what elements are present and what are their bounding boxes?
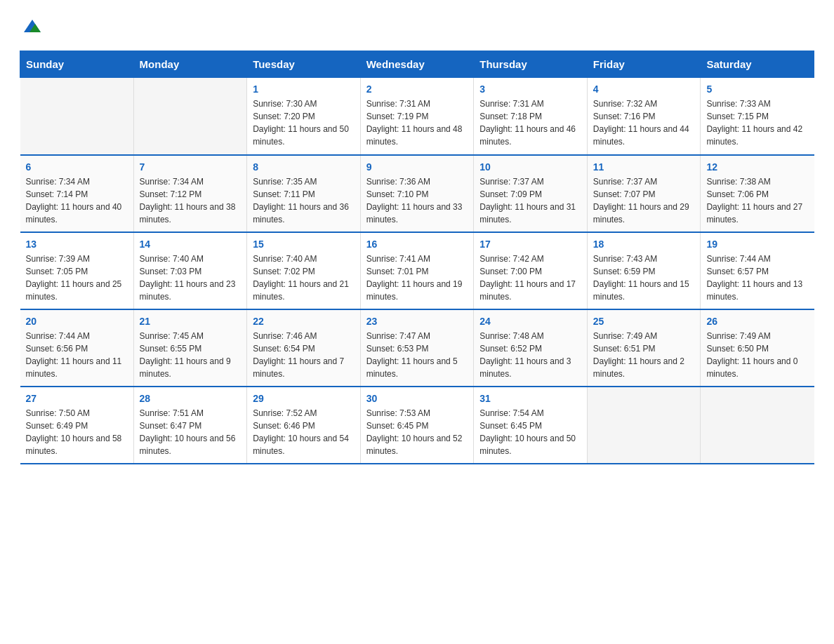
calendar-week-row: 20Sunrise: 7:44 AMSunset: 6:56 PMDayligh… [20,309,814,387]
day-info: Sunrise: 7:53 AMSunset: 6:45 PMDaylight:… [366,407,468,457]
calendar-cell: 7Sunrise: 7:34 AMSunset: 7:12 PMDaylight… [133,155,247,232]
day-number: 17 [479,239,581,250]
header-cell-sunday: Sunday [20,51,134,78]
day-number: 11 [593,161,695,173]
calendar-cell [20,78,134,155]
day-info: Sunrise: 7:39 AMSunset: 7:05 PMDaylight:… [26,253,128,303]
header-cell-tuesday: Tuesday [247,51,361,78]
day-number: 26 [706,316,808,327]
calendar-header-row: SundayMondayTuesdayWednesdayThursdayFrid… [20,51,814,78]
day-info: Sunrise: 7:42 AMSunset: 7:00 PMDaylight:… [479,253,581,303]
day-info: Sunrise: 7:52 AMSunset: 6:46 PMDaylight:… [253,407,355,457]
day-number: 7 [140,161,241,173]
day-info: Sunrise: 7:35 AMSunset: 7:11 PMDaylight:… [253,175,355,226]
day-info: Sunrise: 7:44 AMSunset: 6:57 PMDaylight:… [706,253,808,303]
day-info: Sunrise: 7:43 AMSunset: 6:59 PMDaylight:… [593,253,695,303]
calendar-cell: 18Sunrise: 7:43 AMSunset: 6:59 PMDayligh… [587,232,701,309]
day-number: 10 [479,161,581,173]
day-number: 24 [479,316,581,327]
header-cell-monday: Monday [133,51,247,78]
day-number: 30 [366,393,468,404]
day-number: 15 [253,239,355,250]
calendar-week-row: 27Sunrise: 7:50 AMSunset: 6:49 PMDayligh… [20,387,814,464]
day-number: 14 [140,239,241,250]
day-info: Sunrise: 7:48 AMSunset: 6:52 PMDaylight:… [479,330,581,380]
logo-triangle-icon [22,17,42,36]
calendar-cell: 1Sunrise: 7:30 AMSunset: 7:20 PMDaylight… [247,78,361,155]
calendar-cell: 24Sunrise: 7:48 AMSunset: 6:52 PMDayligh… [474,309,588,387]
calendar-cell: 15Sunrise: 7:40 AMSunset: 7:02 PMDayligh… [247,232,361,309]
day-info: Sunrise: 7:47 AMSunset: 6:53 PMDaylight:… [366,330,468,380]
calendar-cell: 25Sunrise: 7:49 AMSunset: 6:51 PMDayligh… [587,309,701,387]
day-info: Sunrise: 7:40 AMSunset: 7:02 PMDaylight:… [253,253,355,303]
day-info: Sunrise: 7:41 AMSunset: 7:01 PMDaylight:… [366,253,468,303]
day-number: 29 [253,393,355,404]
day-number: 8 [253,161,355,173]
calendar-cell: 29Sunrise: 7:52 AMSunset: 6:46 PMDayligh… [247,387,361,464]
calendar-cell: 12Sunrise: 7:38 AMSunset: 7:06 PMDayligh… [701,155,814,232]
day-info: Sunrise: 7:34 AMSunset: 7:12 PMDaylight:… [140,175,241,226]
calendar-cell: 31Sunrise: 7:54 AMSunset: 6:45 PMDayligh… [474,387,588,464]
header-cell-saturday: Saturday [701,51,814,78]
calendar-week-row: 6Sunrise: 7:34 AMSunset: 7:14 PMDaylight… [20,155,814,232]
calendar-cell: 30Sunrise: 7:53 AMSunset: 6:45 PMDayligh… [360,387,474,464]
day-number: 28 [140,393,241,404]
calendar-cell [133,78,247,155]
calendar-cell: 3Sunrise: 7:31 AMSunset: 7:18 PMDaylight… [474,78,588,155]
day-number: 1 [253,83,355,95]
day-number: 31 [479,393,581,404]
day-number: 27 [26,393,128,404]
calendar-cell: 21Sunrise: 7:45 AMSunset: 6:55 PMDayligh… [133,309,247,387]
calendar-cell: 5Sunrise: 7:33 AMSunset: 7:15 PMDaylight… [701,78,814,155]
calendar-cell: 16Sunrise: 7:41 AMSunset: 7:01 PMDayligh… [360,232,474,309]
day-number: 12 [706,161,808,173]
day-info: Sunrise: 7:33 AMSunset: 7:15 PMDaylight:… [706,98,808,148]
day-number: 18 [593,239,695,250]
calendar-cell: 17Sunrise: 7:42 AMSunset: 7:00 PMDayligh… [474,232,588,309]
calendar-cell: 28Sunrise: 7:51 AMSunset: 6:47 PMDayligh… [133,387,247,464]
day-info: Sunrise: 7:32 AMSunset: 7:16 PMDaylight:… [593,98,695,148]
day-info: Sunrise: 7:54 AMSunset: 6:45 PMDaylight:… [479,407,581,457]
logo [20,17,42,36]
day-info: Sunrise: 7:45 AMSunset: 6:55 PMDaylight:… [140,330,241,380]
calendar-week-row: 1Sunrise: 7:30 AMSunset: 7:20 PMDaylight… [20,78,814,155]
day-number: 25 [593,316,695,327]
day-info: Sunrise: 7:37 AMSunset: 7:07 PMDaylight:… [593,175,695,226]
day-number: 23 [366,316,468,327]
day-number: 4 [593,83,695,95]
day-info: Sunrise: 7:49 AMSunset: 6:51 PMDaylight:… [593,330,695,380]
header-cell-wednesday: Wednesday [360,51,474,78]
calendar-cell: 23Sunrise: 7:47 AMSunset: 6:53 PMDayligh… [360,309,474,387]
day-number: 2 [366,83,468,95]
calendar-cell: 14Sunrise: 7:40 AMSunset: 7:03 PMDayligh… [133,232,247,309]
day-number: 22 [253,316,355,327]
calendar-cell: 22Sunrise: 7:46 AMSunset: 6:54 PMDayligh… [247,309,361,387]
day-info: Sunrise: 7:50 AMSunset: 6:49 PMDaylight:… [26,407,128,457]
page-header [20,17,814,36]
day-info: Sunrise: 7:31 AMSunset: 7:19 PMDaylight:… [366,98,468,148]
calendar-cell: 6Sunrise: 7:34 AMSunset: 7:14 PMDaylight… [20,155,134,232]
day-info: Sunrise: 7:34 AMSunset: 7:14 PMDaylight:… [26,175,128,226]
calendar-cell: 2Sunrise: 7:31 AMSunset: 7:19 PMDaylight… [360,78,474,155]
day-info: Sunrise: 7:30 AMSunset: 7:20 PMDaylight:… [253,98,355,148]
calendar-cell: 20Sunrise: 7:44 AMSunset: 6:56 PMDayligh… [20,309,134,387]
calendar-cell: 19Sunrise: 7:44 AMSunset: 6:57 PMDayligh… [701,232,814,309]
calendar-cell: 4Sunrise: 7:32 AMSunset: 7:16 PMDaylight… [587,78,701,155]
day-info: Sunrise: 7:46 AMSunset: 6:54 PMDaylight:… [253,330,355,380]
day-info: Sunrise: 7:37 AMSunset: 7:09 PMDaylight:… [479,175,581,226]
day-info: Sunrise: 7:51 AMSunset: 6:47 PMDaylight:… [140,407,241,457]
header-cell-thursday: Thursday [474,51,588,78]
calendar-week-row: 13Sunrise: 7:39 AMSunset: 7:05 PMDayligh… [20,232,814,309]
day-info: Sunrise: 7:44 AMSunset: 6:56 PMDaylight:… [26,330,128,380]
calendar-cell [701,387,814,464]
day-number: 3 [479,83,581,95]
header-cell-friday: Friday [587,51,701,78]
calendar-cell: 13Sunrise: 7:39 AMSunset: 7:05 PMDayligh… [20,232,134,309]
day-number: 9 [366,161,468,173]
day-number: 20 [26,316,128,327]
day-info: Sunrise: 7:31 AMSunset: 7:18 PMDaylight:… [479,98,581,148]
day-number: 16 [366,239,468,250]
calendar-cell: 27Sunrise: 7:50 AMSunset: 6:49 PMDayligh… [20,387,134,464]
calendar-cell: 9Sunrise: 7:36 AMSunset: 7:10 PMDaylight… [360,155,474,232]
day-info: Sunrise: 7:40 AMSunset: 7:03 PMDaylight:… [140,253,241,303]
